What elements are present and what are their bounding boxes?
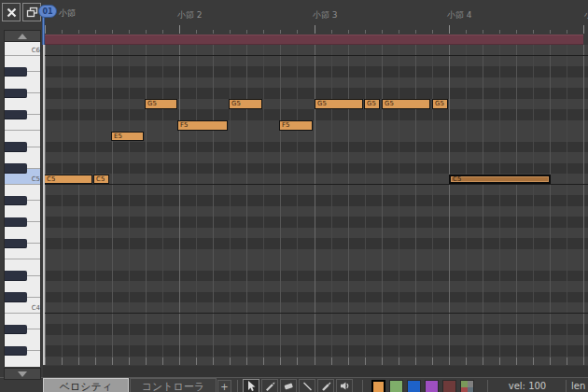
midi-note-F5[interactable]: F5 [177, 120, 228, 131]
piano-key-G3[interactable] [5, 357, 41, 368]
piano-key-F#4[interactable] [5, 238, 41, 249]
piano-key-G4[interactable] [5, 228, 41, 239]
midi-note-G5[interactable]: G5 [364, 99, 380, 109]
piano-key-B3[interactable] [5, 314, 41, 325]
song-range-bar[interactable] [43, 35, 583, 45]
pencil-tool-button[interactable] [261, 379, 278, 392]
piano-key-A#4[interactable] [5, 195, 41, 206]
grid-row-D5[interactable] [43, 152, 588, 163]
keyboard-scroll-down-button[interactable] [4, 368, 41, 380]
note-color-swatch-2[interactable] [389, 380, 403, 392]
black-key-A#4[interactable] [5, 196, 27, 206]
midi-note-C5[interactable]: C5 [93, 175, 109, 185]
midi-note-E5[interactable]: E5 [111, 132, 144, 142]
piano-key-F5[interactable] [5, 120, 41, 132]
black-key-F#4[interactable] [5, 239, 27, 249]
grid-row-G#4[interactable] [43, 217, 588, 228]
black-key-G#4[interactable] [5, 217, 27, 228]
grid-row-C#5[interactable] [43, 163, 588, 175]
piano-key-E4[interactable] [5, 259, 41, 271]
line-tool-button[interactable] [299, 379, 315, 392]
eraser-tool-button[interactable] [280, 379, 297, 392]
piano-key-E5[interactable] [5, 131, 41, 142]
grid-row-A#5[interactable] [43, 66, 588, 77]
piano-key-F#5[interactable] [5, 109, 41, 120]
note-color-swatch-1[interactable] [371, 380, 385, 392]
brush-tool-button[interactable] [317, 379, 334, 392]
piano-key-C5[interactable]: C5 [5, 174, 41, 185]
note-color-swatch-4[interactable] [425, 380, 439, 392]
grid-row-F5[interactable] [43, 120, 588, 132]
grid-row-F#4[interactable] [43, 238, 588, 249]
midi-note-G5[interactable]: G5 [229, 99, 262, 109]
piano-key-A5[interactable] [5, 77, 41, 89]
keyboard-scroll-up-button[interactable] [4, 30, 41, 42]
grid-row-B3[interactable] [43, 314, 588, 325]
piano-key-A3[interactable] [5, 335, 41, 346]
piano-key-G#3[interactable] [5, 345, 41, 357]
black-key-C#5[interactable] [5, 163, 27, 174]
note-color-swatch-5[interactable] [442, 380, 456, 392]
speaker-tool-button[interactable] [336, 379, 353, 392]
piano-keyboard[interactable]: C6C5C4 [4, 42, 41, 367]
piano-key-A#3[interactable] [5, 324, 41, 335]
piano-key-D#4[interactable] [5, 271, 41, 282]
grid-row-A4[interactable] [43, 206, 588, 217]
piano-key-C6[interactable]: C6 [5, 45, 41, 56]
midi-note-F5[interactable]: F5 [279, 120, 313, 131]
piano-key-F4[interactable] [5, 249, 41, 260]
piano-key-G5[interactable] [5, 99, 41, 110]
note-grid[interactable]: C5C5E5G5F5G5F5G5G5G5G5C5 [43, 45, 588, 365]
midi-note-G5[interactable]: G5 [432, 99, 448, 109]
grid-row-B4[interactable] [43, 185, 588, 196]
piano-key-A4[interactable] [5, 206, 41, 217]
grid-row-B5[interactable] [43, 56, 588, 67]
piano-key-D5[interactable] [5, 152, 41, 163]
piano-key-A#5[interactable] [5, 66, 41, 77]
tab-controller[interactable]: コントローラ [130, 378, 217, 392]
grid-row-D4[interactable] [43, 281, 588, 292]
grid-row-A3[interactable] [43, 335, 588, 346]
black-key-A#3[interactable] [5, 325, 27, 335]
piano-key-D#5[interactable] [5, 142, 41, 153]
midi-note-G5[interactable]: G5 [382, 99, 430, 109]
black-key-G#5[interactable] [5, 89, 27, 99]
piano-key-C4[interactable]: C4 [5, 302, 41, 314]
position-marker[interactable]: 01 [38, 5, 57, 18]
note-color-swatch-6[interactable] [460, 380, 474, 392]
horizontal-scrollbar-track[interactable] [43, 366, 588, 377]
grid-row-C#4[interactable] [43, 292, 588, 303]
midi-note-G5[interactable]: G5 [145, 99, 177, 109]
tab-velocity[interactable]: ベロシティ [43, 378, 129, 392]
black-key-C#4[interactable] [5, 292, 27, 302]
piano-key-D4[interactable] [5, 281, 41, 292]
add-tab-button[interactable]: + [217, 380, 231, 392]
length-value-field[interactable]: len [571, 381, 585, 391]
piano-key-B4[interactable] [5, 185, 41, 196]
grid-row-A#4[interactable] [43, 195, 588, 206]
grid-row-E4[interactable] [43, 259, 588, 271]
midi-note-C5[interactable]: C5 [44, 175, 92, 185]
grid-row-G4[interactable] [43, 228, 588, 239]
velocity-value-field[interactable]: vel: 100 [495, 381, 560, 391]
grid-row-A#3[interactable] [43, 324, 588, 335]
piano-key-C#5[interactable] [5, 163, 41, 175]
measure-ruler[interactable]: 小節 2小節 3小節 4小節 5 [0, 0, 588, 34]
grid-row-F#5[interactable] [43, 109, 588, 120]
black-key-F#5[interactable] [5, 110, 27, 120]
grid-row-G#5[interactable] [43, 88, 588, 99]
grid-row-F4[interactable] [43, 249, 588, 260]
black-key-A#5[interactable] [5, 67, 27, 77]
note-color-swatch-3[interactable] [407, 380, 421, 392]
piano-key-B5[interactable] [5, 56, 41, 67]
piano-key-G#4[interactable] [5, 217, 41, 228]
midi-note-C5-selected[interactable]: C5 [449, 175, 551, 185]
grid-row-D#5[interactable] [43, 142, 588, 153]
grid-row-A5[interactable] [43, 77, 588, 89]
black-key-D#5[interactable] [5, 142, 27, 152]
grid-row-G3[interactable] [43, 357, 588, 366]
black-key-G#3[interactable] [5, 346, 27, 357]
black-key-D#4[interactable] [5, 271, 27, 281]
piano-key-G#5[interactable] [5, 88, 41, 99]
grid-row-D#4[interactable] [43, 271, 588, 282]
